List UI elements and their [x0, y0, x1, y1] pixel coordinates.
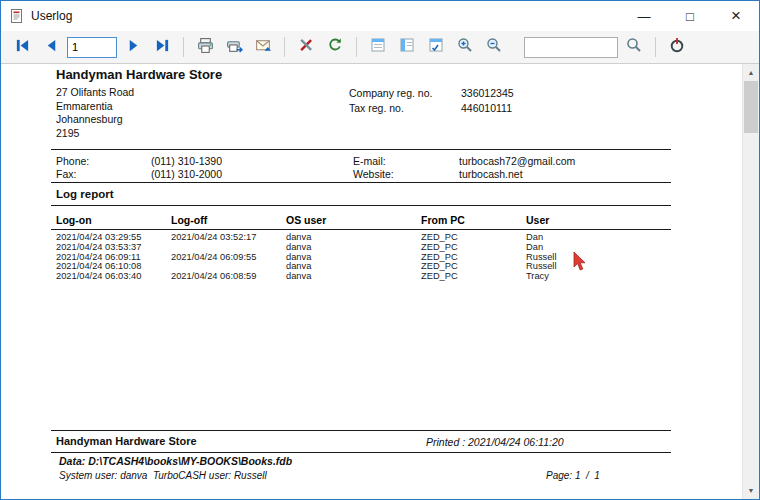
- from-pc-cell: ZED_PC: [421, 272, 526, 282]
- toolbar-separator: [356, 37, 357, 57]
- scroll-up-button[interactable]: ▲: [743, 64, 759, 81]
- divider-line: [51, 452, 671, 453]
- phone-label: Phone:: [56, 155, 89, 167]
- settings-button[interactable]: [293, 34, 319, 60]
- user-cell: Dan: [526, 243, 671, 253]
- tax-reg-label: Tax reg. no.: [349, 102, 404, 114]
- minimize-button[interactable]: —: [621, 1, 667, 31]
- toolbar-separator: [655, 37, 656, 57]
- footer-system-user: System user: danva TurboCASH user: Russe…: [59, 470, 267, 481]
- window-controls: — □ ×: [621, 1, 759, 31]
- log-table-header: Log-on Log-off OS user From PC User: [56, 214, 671, 226]
- logon-cell: 2021/04/24 03:29:55: [56, 233, 171, 243]
- nav-first-icon: [15, 38, 30, 57]
- column-header: Log-off: [171, 214, 286, 226]
- close-button[interactable]: ×: [713, 1, 759, 31]
- divider-line: [51, 205, 671, 206]
- zoom-out-icon: [486, 37, 502, 57]
- window-title: Userlog: [31, 9, 72, 23]
- zoom-in-icon: [457, 37, 473, 57]
- column-header: Log-on: [56, 214, 171, 226]
- page-number-input[interactable]: [67, 37, 117, 58]
- print-button[interactable]: [192, 34, 218, 60]
- zoom-out-button[interactable]: [481, 34, 507, 60]
- preview-toolbar: [1, 31, 759, 64]
- table-row: 2021/04/24 03:29:55 2021/04/24 03:52:17 …: [56, 233, 671, 243]
- os-user-cell: danva: [286, 243, 421, 253]
- os-user-cell: danva: [286, 253, 421, 263]
- mouse-cursor: [573, 252, 587, 272]
- website-label: Website:: [353, 168, 394, 180]
- user-cell: Tracy: [526, 272, 671, 282]
- address-line: 27 Olifants Road: [56, 86, 134, 100]
- toolbar-separator: [284, 37, 285, 57]
- address-line: Emmarentia: [56, 100, 134, 114]
- last-page-button[interactable]: [149, 34, 175, 60]
- thumbnail-view-button[interactable]: [394, 34, 420, 60]
- first-page-button[interactable]: [9, 34, 35, 60]
- logoff-cell: [171, 262, 286, 272]
- divider-line: [51, 229, 671, 230]
- address-line: 2195: [56, 127, 134, 141]
- toolbar-separator: [183, 37, 184, 57]
- next-page-button[interactable]: [120, 34, 146, 60]
- email-label: E-mail:: [353, 155, 386, 167]
- refresh-button[interactable]: [322, 34, 348, 60]
- nav-prev-icon: [44, 38, 59, 57]
- print-setup-button[interactable]: [221, 34, 247, 60]
- company-address: 27 Olifants Road Emmarentia Johannesburg…: [56, 86, 134, 140]
- fax-value: (011) 310-2000: [151, 168, 222, 180]
- footer-data-path: Data: D:\TCASH4\books\MY-BOOKS\Books.fdb: [59, 455, 292, 467]
- vertical-scrollbar[interactable]: ▲ ▼: [742, 64, 759, 499]
- email-value: turbocash72@gmail.com: [459, 155, 575, 167]
- outline-view-icon: [370, 37, 386, 57]
- divider-line: [51, 430, 671, 431]
- zoom-in-button[interactable]: [452, 34, 478, 60]
- logon-cell: 2021/04/24 06:10:08: [56, 262, 171, 272]
- logoff-cell: 2021/04/24 06:09:55: [171, 253, 286, 263]
- user-cell: Dan: [526, 233, 671, 243]
- logon-cell: 2021/04/24 06:09:11: [56, 253, 171, 263]
- from-pc-cell: ZED_PC: [421, 233, 526, 243]
- outline-view-button[interactable]: [365, 34, 391, 60]
- address-line: Johannesburg: [56, 113, 134, 127]
- scrollbar-thumb[interactable]: [744, 81, 758, 133]
- search-icon: [626, 37, 642, 57]
- column-header: From PC: [421, 214, 526, 226]
- column-header: OS user: [286, 214, 421, 226]
- prev-page-button[interactable]: [38, 34, 64, 60]
- tax-reg-value: 446010111: [461, 102, 512, 114]
- refresh-icon: [327, 37, 343, 57]
- preview-content: Handyman Hardware Store 27 Olifants Road…: [1, 64, 759, 499]
- report-section-title: Log report: [56, 188, 114, 200]
- os-user-cell: danva: [286, 233, 421, 243]
- os-user-cell: danva: [286, 262, 421, 272]
- power-icon: [669, 37, 685, 57]
- exit-button[interactable]: [664, 34, 690, 60]
- email-button[interactable]: [250, 34, 276, 60]
- footer-printed-timestamp: Printed : 2021/04/24 06:11:20: [426, 436, 564, 448]
- search-button[interactable]: [621, 34, 647, 60]
- report-company-name: Handyman Hardware Store: [56, 67, 222, 82]
- report-page: Handyman Hardware Store 27 Olifants Road…: [1, 64, 742, 499]
- search-input[interactable]: [524, 37, 618, 58]
- user-cell: Russell: [526, 253, 671, 263]
- divider-line: [51, 149, 671, 150]
- logoff-cell: 2021/04/24 06:08:59: [171, 272, 286, 282]
- table-row: 2021/04/24 06:03:40 2021/04/24 06:08:59 …: [56, 272, 671, 282]
- os-user-cell: danva: [286, 272, 421, 282]
- scroll-down-button[interactable]: ▼: [743, 482, 759, 499]
- search-panel-icon: [428, 37, 444, 57]
- maximize-button[interactable]: □: [667, 1, 713, 31]
- userlog-window: Userlog — □ ×: [0, 0, 760, 500]
- print-setup-icon: [226, 37, 243, 58]
- website-value: turbocash.net: [459, 168, 523, 180]
- report-window-icon: [9, 8, 25, 24]
- logoff-cell: [171, 243, 286, 253]
- nav-last-icon: [155, 38, 170, 57]
- footer-company-name: Handyman Hardware Store: [56, 435, 197, 447]
- title-bar: Userlog — □ ×: [1, 1, 759, 31]
- fax-label: Fax:: [56, 168, 76, 180]
- search-panel-button[interactable]: [423, 34, 449, 60]
- from-pc-cell: ZED_PC: [421, 243, 526, 253]
